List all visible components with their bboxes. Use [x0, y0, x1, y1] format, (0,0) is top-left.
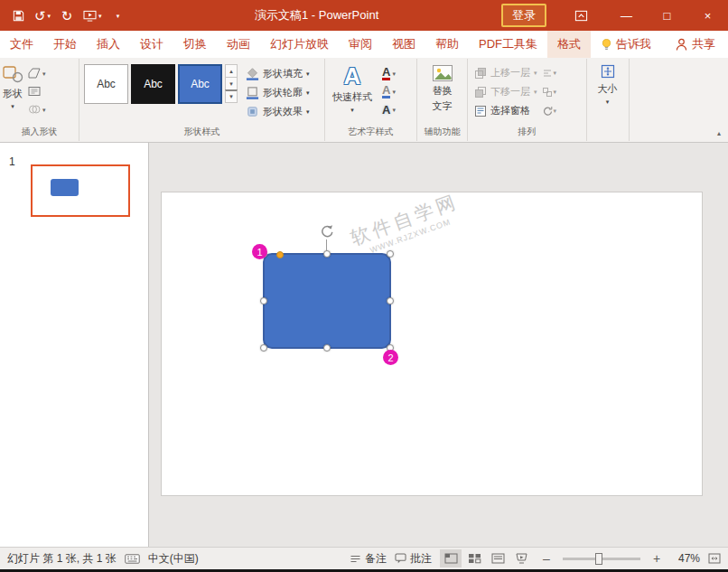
rotate-objects-button[interactable]: ▾: [542, 101, 557, 120]
shape-style-swatch-2[interactable]: Abc: [131, 64, 175, 104]
zoom-out-button[interactable]: –: [540, 551, 553, 566]
group-arrange: 上移一层 ▾ 下移一层 ▾ 选择窗格 ▾: [468, 59, 587, 141]
tab-tell-me[interactable]: 告诉我: [591, 31, 661, 58]
alt-text-button[interactable]: 替换 文字: [418, 60, 467, 127]
chevron-down-icon: ▾: [392, 70, 396, 77]
edit-shape-button[interactable]: ▾: [26, 66, 48, 80]
chevron-down-icon: ▾: [42, 70, 46, 77]
resize-handle-n[interactable]: [323, 250, 331, 258]
undo-button[interactable]: ↺ ▾: [32, 4, 53, 27]
resize-handle-w[interactable]: [260, 297, 267, 305]
text-box-icon: [28, 86, 41, 97]
selected-shape[interactable]: 1 2: [263, 253, 391, 349]
quick-styles-button[interactable]: A 快速样式 ▾: [327, 60, 378, 127]
notes-button[interactable]: 备注: [350, 551, 387, 567]
start-slideshow-button[interactable]: ▾: [80, 4, 105, 27]
resize-handle-s[interactable]: [323, 344, 331, 352]
tab-design[interactable]: 设计: [130, 31, 173, 58]
group-objects-button[interactable]: ▾: [542, 82, 557, 101]
input-method-button[interactable]: [125, 554, 140, 564]
resize-handle-e[interactable]: [387, 297, 394, 305]
redo-button[interactable]: ↻: [56, 4, 78, 27]
zoom-slider-thumb[interactable]: [595, 553, 602, 565]
close-button[interactable]: ×: [687, 0, 728, 31]
minimize-button[interactable]: —: [606, 0, 647, 31]
normal-view-button[interactable]: [440, 549, 462, 567]
text-box-button[interactable]: [26, 84, 48, 98]
text-outline-button[interactable]: A ▾: [380, 84, 397, 98]
shape-fill-label: 形状填充: [263, 67, 303, 80]
tab-review[interactable]: 审阅: [339, 31, 382, 58]
fit-to-window-button[interactable]: [708, 553, 721, 564]
zoom-level[interactable]: 47%: [671, 552, 700, 565]
login-button[interactable]: 登录: [501, 4, 546, 27]
chevron-down-icon: ▾: [306, 108, 310, 115]
tab-slideshow[interactable]: 幻灯片放映: [260, 31, 339, 58]
tab-file[interactable]: 文件: [0, 31, 43, 58]
tab-home[interactable]: 开始: [43, 31, 87, 58]
chevron-down-icon: ▾: [534, 70, 537, 76]
tab-transitions[interactable]: 切换: [173, 31, 217, 58]
rotate-handle[interactable]: [320, 224, 334, 239]
send-backward-label: 下移一层: [490, 85, 530, 98]
shape-fill-icon: [246, 67, 259, 80]
tab-insert[interactable]: 插入: [87, 31, 130, 58]
shape-style-swatch-3-selected[interactable]: Abc: [178, 64, 222, 104]
shape-fill-button[interactable]: 形状填充 ▾: [243, 64, 313, 83]
tab-pdf-tools[interactable]: PDF工具集: [469, 31, 547, 58]
share-button[interactable]: 共享: [663, 31, 728, 58]
tab-help[interactable]: 帮助: [425, 31, 469, 58]
gallery-more-button[interactable]: ▾: [225, 89, 238, 103]
shape-outline-icon: [246, 86, 259, 99]
reading-view-button[interactable]: [487, 549, 509, 567]
gallery-scroll-down-button[interactable]: ▾: [225, 77, 238, 90]
lightbulb-icon: [601, 38, 612, 52]
align-button[interactable]: ▾: [542, 63, 557, 82]
slide-thumbnail[interactable]: [31, 164, 130, 217]
size-icon: [600, 63, 616, 80]
customize-quick-access-button[interactable]: ▾: [107, 4, 129, 27]
size-button[interactable]: 大小 ▾: [587, 59, 628, 126]
gallery-scroll-up-button[interactable]: ▴: [225, 64, 238, 78]
ribbon-display-options-button[interactable]: [566, 4, 595, 27]
slide-sorter-view-button[interactable]: [463, 549, 485, 567]
maximize-button[interactable]: □: [647, 0, 687, 31]
shape-outline-button[interactable]: 形状轮廓 ▾: [243, 83, 313, 102]
slide-canvas[interactable]: 软件自学网 WWW.RJZXW.COM 1 2: [161, 192, 703, 496]
text-effects-icon: A: [382, 104, 390, 116]
group-label-insert-shapes: 插入形状: [0, 126, 79, 138]
collapse-ribbon-button[interactable]: ▴: [717, 129, 721, 137]
selection-pane-label: 选择窗格: [490, 104, 530, 117]
comments-button[interactable]: 批注: [395, 551, 432, 567]
text-fill-button[interactable]: A ▾: [380, 66, 397, 80]
save-button[interactable]: [7, 4, 29, 27]
language-status[interactable]: 中文(中国): [148, 551, 199, 567]
zoom-slider[interactable]: [563, 558, 640, 560]
group-size: 大小 ▾: [587, 59, 630, 141]
chevron-down-icon: ▾: [392, 89, 396, 95]
bring-forward-button[interactable]: 上移一层 ▾: [472, 63, 539, 82]
alt-text-label-line2: 文字: [433, 100, 453, 113]
shape-style-swatch-1[interactable]: Abc: [84, 64, 128, 104]
tab-view[interactable]: 视图: [382, 31, 425, 58]
text-effects-button[interactable]: A ▾: [380, 102, 397, 117]
merge-shapes-button[interactable]: ▾: [26, 102, 48, 117]
size-label: 大小: [598, 82, 618, 96]
zoom-in-button[interactable]: +: [650, 551, 663, 566]
chevron-down-icon: ▾: [554, 89, 557, 95]
resize-handle-ne[interactable]: [387, 250, 394, 258]
send-backward-button[interactable]: 下移一层 ▾: [472, 82, 539, 101]
slideshow-view-button[interactable]: [510, 549, 532, 567]
ribbon-display-options-icon: [574, 9, 588, 23]
shape-effects-button[interactable]: 形状效果 ▾: [243, 102, 313, 121]
selection-pane-button[interactable]: 选择窗格: [472, 101, 539, 120]
group-objects-icon: [542, 87, 553, 98]
chevron-down-icon: ▾: [392, 107, 396, 113]
adjust-handle[interactable]: [276, 251, 284, 258]
tab-format[interactable]: 格式: [547, 31, 591, 58]
shapes-button[interactable]: 形状 ▾: [2, 60, 23, 127]
rotate-handle-stem: [326, 239, 327, 250]
tab-animations[interactable]: 动画: [217, 31, 260, 58]
resize-handle-sw[interactable]: [260, 344, 267, 352]
editing-canvas[interactable]: 软件自学网 WWW.RJZXW.COM 1 2: [149, 143, 728, 547]
